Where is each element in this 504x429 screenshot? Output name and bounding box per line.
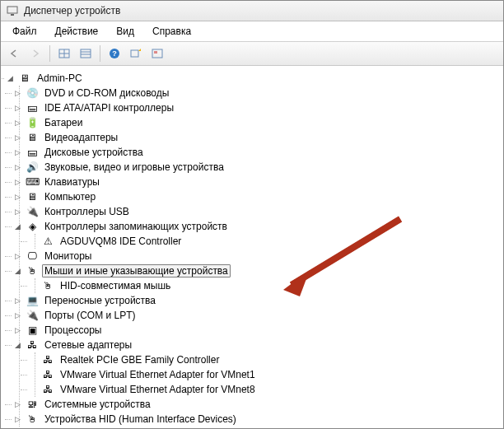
tree-node-label: AGDUVQM8 IDE Controller — [58, 235, 184, 248]
tree-area[interactable]: ◢🖥Admin-PC▷💿DVD и CD-ROM дисководы▷🖴IDE … — [1, 66, 503, 429]
tree-node-label: Батареи — [42, 116, 85, 129]
device-icon: 🖱 — [26, 413, 39, 426]
toolbar-help-button[interactable]: ? — [105, 44, 124, 63]
tree-node-label: VMware Virtual Ethernet Adapter for VMne… — [58, 383, 258, 396]
tree-node[interactable]: ▷🖴IDE ATA/ATAPI контроллеры — [12, 100, 500, 115]
menu-action[interactable]: Действие — [47, 23, 107, 40]
tree-node-label: Системные устройства — [42, 398, 153, 411]
tree-node-label: Видеоадаптеры — [42, 131, 120, 144]
toolbar-back-button[interactable] — [4, 44, 24, 63]
device-icon: 💿 — [26, 86, 39, 100]
tree-root-label: Admin-PC — [35, 72, 85, 85]
window-title: Диспетчер устройств — [24, 5, 120, 16]
toolbar-separator — [49, 45, 50, 62]
tree-child-node[interactable]: ⚠AGDUVQM8 IDE Controller — [27, 234, 500, 249]
menu-file[interactable]: Файл — [4, 23, 45, 40]
device-icon: ⌨ — [26, 175, 39, 189]
tree-node-label: Мониторы — [42, 249, 94, 263]
tree-node-label: DVD и CD-ROM дисководы — [42, 86, 171, 100]
expander-open-icon[interactable]: ◢ — [13, 341, 22, 350]
tree-node[interactable]: ▷▣Процессоры — [12, 323, 500, 338]
tree-node-label: Устройства HID (Human Interface Devices) — [42, 413, 239, 426]
device-icon: 🖴 — [26, 101, 39, 114]
tree-node-label: Дисковые устройства — [42, 146, 146, 159]
expander-closed-icon[interactable]: ▷ — [13, 133, 22, 142]
svg-rect-12 — [154, 51, 157, 54]
tree-node-label: VMware Virtual Ethernet Adapter for VMne… — [58, 368, 258, 381]
tree-node[interactable]: ▷🖴Дисковые устройства — [12, 145, 500, 160]
device-icon: 💻 — [26, 294, 39, 307]
expander-closed-icon[interactable]: ▷ — [13, 193, 22, 202]
tree-node[interactable]: ▷⌨Клавиатуры — [12, 175, 500, 189]
tree-node[interactable]: ▷🖳Системные устройства — [12, 397, 500, 412]
tree-node-label: Звуковые, видео и игровые устройства — [42, 161, 226, 174]
device-icon: 🖧 — [41, 383, 54, 396]
toolbar: ? — [1, 42, 503, 66]
device-icon: ⚠ — [41, 235, 54, 248]
expander-closed-icon[interactable]: ▷ — [13, 178, 22, 187]
expander-closed-icon[interactable]: ▷ — [13, 163, 22, 172]
expander-closed-icon[interactable]: ▷ — [13, 400, 22, 409]
toolbar-grid-button[interactable] — [54, 44, 74, 63]
toolbar-forward-button[interactable] — [26, 44, 45, 63]
expander-open-icon[interactable]: ◢ — [13, 267, 22, 276]
toolbar-list-button[interactable] — [76, 44, 96, 63]
expander-closed-icon[interactable]: ▷ — [13, 296, 22, 305]
tree-root-node[interactable]: ◢🖥Admin-PC — [4, 71, 500, 86]
toolbar-scan-button[interactable] — [126, 44, 146, 63]
toolbar-show-hidden-button[interactable] — [147, 44, 167, 63]
device-icon: 🔋 — [26, 116, 39, 129]
tree-node[interactable]: ◢🖧Сетевые адаптеры — [12, 338, 500, 352]
expander-closed-icon[interactable]: ▷ — [13, 119, 22, 128]
tree-node[interactable]: ◢◈Контроллеры запоминающих устройств — [12, 219, 500, 234]
tree-node-label: Процессоры — [42, 324, 105, 337]
tree-node-label: Контроллеры запоминающих устройств — [42, 220, 230, 233]
tree-node[interactable]: ▷🔌Порты (COM и LPT) — [12, 308, 500, 323]
tree-node-label: Клавиатуры — [42, 175, 102, 189]
expander-open-icon[interactable]: ◢ — [13, 222, 22, 231]
app-icon — [6, 4, 19, 17]
tree-node[interactable]: ▷🖱Устройства HID (Human Interface Device… — [12, 412, 500, 427]
device-icon: 🖳 — [26, 398, 39, 411]
tree-node[interactable]: ◢🖱Мыши и иные указывающие устройства — [12, 263, 500, 278]
expander-closed-icon[interactable]: ▷ — [13, 326, 22, 335]
device-icon: 🖱 — [26, 264, 39, 277]
toolbar-separator — [100, 45, 100, 62]
tree-node-label: Переносные устройства — [42, 294, 158, 307]
titlebar: Диспетчер устройств — [1, 1, 503, 21]
expander-open-icon[interactable]: ◢ — [6, 74, 15, 83]
tree-node[interactable]: ▷💻Переносные устройства — [12, 293, 500, 308]
svg-rect-0 — [7, 7, 17, 13]
expander-closed-icon[interactable]: ▷ — [13, 104, 22, 113]
computer-icon: 🖥 — [18, 72, 31, 85]
menubar: Файл Действие Вид Справка — [1, 21, 503, 42]
expander-closed-icon[interactable]: ▷ — [13, 415, 22, 424]
tree-child-node[interactable]: 🖧Realtek PCIe GBE Family Controller — [27, 352, 500, 367]
tree-child-node[interactable]: 🖱HID-совместимая мышь — [27, 278, 500, 293]
tree-node[interactable]: ▷💿DVD и CD-ROM дисководы — [12, 86, 500, 100]
device-icon: 🔊 — [26, 161, 39, 174]
expander-closed-icon[interactable]: ▷ — [13, 252, 22, 261]
device-icon: 🖧 — [26, 338, 39, 352]
menu-view[interactable]: Вид — [108, 23, 142, 40]
tree-node-label: Мыши и иные указывающие устройства — [42, 264, 231, 277]
expander-closed-icon[interactable]: ▷ — [13, 311, 22, 320]
device-icon: 🔌 — [26, 309, 39, 322]
tree-child-node[interactable]: 🖧VMware Virtual Ethernet Adapter for VMn… — [27, 382, 500, 397]
tree-node[interactable]: ▷🔌Контроллеры USB — [12, 204, 500, 219]
menu-help[interactable]: Справка — [144, 23, 199, 40]
expander-closed-icon[interactable]: ▷ — [13, 208, 22, 217]
tree-node[interactable]: ▷🖵Мониторы — [12, 249, 500, 263]
tree-node-label: Realtek PCIe GBE Family Controller — [58, 353, 222, 366]
tree-node[interactable]: ▷🖥Видеоадаптеры — [12, 130, 500, 145]
tree-node[interactable]: ▷🔊Звуковые, видео и игровые устройства — [12, 160, 500, 175]
tree-child-node[interactable]: 🖧VMware Virtual Ethernet Adapter for VMn… — [27, 367, 500, 382]
device-icon: 🖥 — [26, 131, 39, 144]
device-icon: ◈ — [26, 220, 39, 233]
device-icon: ▣ — [26, 324, 39, 337]
device-icon: 🖧 — [41, 368, 54, 381]
tree-node[interactable]: ▷🔋Батареи — [12, 115, 500, 130]
tree-node[interactable]: ▷🖥Компьютер — [12, 189, 500, 204]
expander-closed-icon[interactable]: ▷ — [13, 148, 22, 157]
expander-closed-icon[interactable]: ▷ — [13, 89, 22, 98]
